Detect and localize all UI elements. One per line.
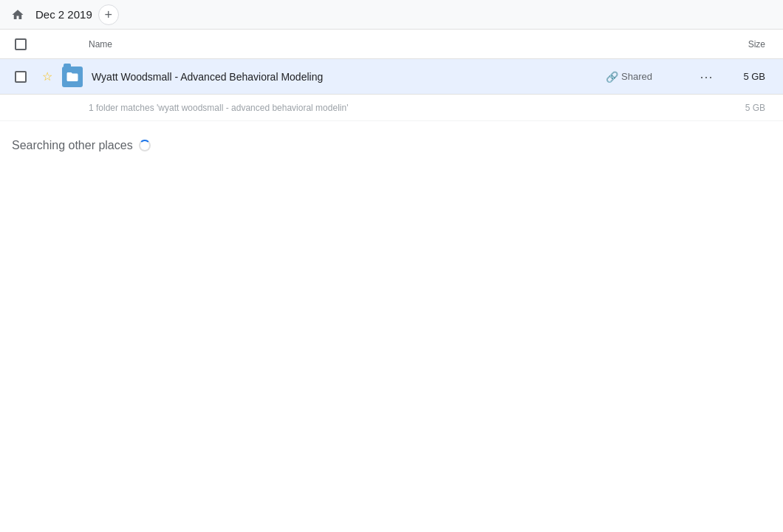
checkbox-header	[6, 38, 35, 50]
searching-label: Searching other places	[12, 139, 133, 152]
star-cell: ☆	[35, 69, 59, 83]
file-name: Wyatt Woodsmall - Advanced Behavioral Mo…	[86, 71, 606, 83]
folder-icon	[62, 66, 83, 87]
select-all-checkbox[interactable]	[15, 38, 27, 50]
loading-spinner	[139, 140, 151, 151]
row-checkbox[interactable]	[15, 71, 27, 83]
column-headers: Name Size	[0, 30, 783, 59]
breadcrumb: Dec 2 2019	[35, 8, 92, 21]
match-summary-text: 1 folder matches 'wyatt woodsmall - adva…	[89, 103, 348, 113]
file-size: 5 GB	[718, 71, 777, 82]
shared-cell: 🔗 Shared	[606, 71, 694, 83]
searching-section: Searching other places	[0, 121, 783, 164]
home-button[interactable]	[6, 3, 30, 27]
link-icon: 🔗	[606, 71, 618, 83]
file-icon-cell	[59, 66, 86, 87]
star-icon[interactable]: ☆	[42, 69, 52, 83]
top-bar: Dec 2 2019 +	[0, 0, 783, 30]
match-summary-size: 5 GB	[745, 103, 777, 113]
row-checkbox-cell	[6, 71, 35, 83]
name-column-header: Name	[83, 39, 718, 50]
shared-label: Shared	[621, 71, 652, 82]
add-button[interactable]: +	[98, 4, 119, 25]
more-options-button[interactable]: ⋯	[694, 65, 718, 89]
match-summary-row: 1 folder matches 'wyatt woodsmall - adva…	[0, 95, 783, 121]
size-column-header: Size	[718, 39, 777, 50]
file-row[interactable]: ☆ Wyatt Woodsmall - Advanced Behavioral …	[0, 59, 783, 95]
